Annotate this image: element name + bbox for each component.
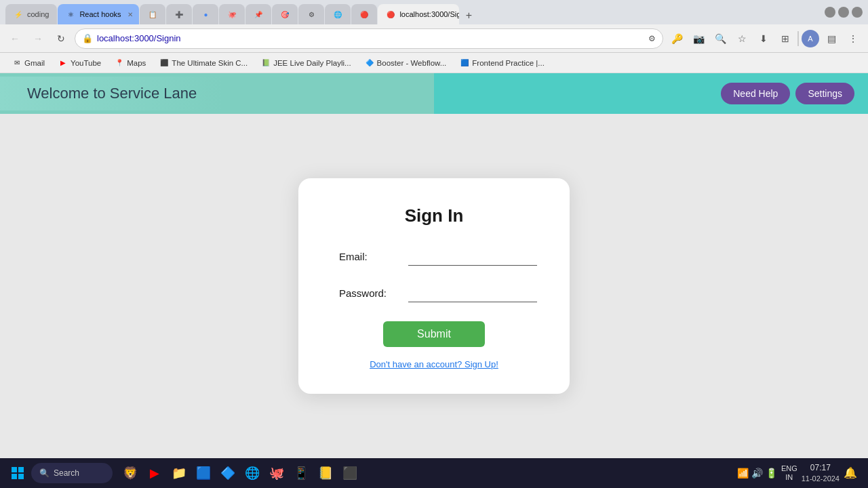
tab-5[interactable]: ● [193,4,218,24]
back-button[interactable]: ← [5,29,24,48]
notes-icon[interactable]: 📒 [315,462,336,484]
nav-icons: 🔑 📷 🔍 ☆ ⬇ ⊞ A ▤ ⋮ [667,29,863,48]
signup-link[interactable]: Don't have an account? Sign Up! [370,359,498,369]
battery-icon[interactable]: 🔋 [766,468,777,479]
tab-strip: ⚡ coding ⚛ React hooks ✕ 📋 ➕ ● 🐙 📌 [5,0,816,24]
chrome-icon[interactable]: 🌐 [241,462,263,484]
skin-icon: ⬛ [159,58,169,68]
maps-icon: 📍 [115,58,124,68]
main-area: Sign In Email: Password: Submit Don't ha… [0,114,868,458]
youtube-icon: ▶ [58,58,68,68]
bookmarks-bar: ✉ Gmail ▶ YouTube 📍 Maps ⬛ The Ultimate … [0,53,868,73]
tab-favicon: 📋 [148,9,157,19]
tab-10[interactable]: 🌐 [325,4,351,24]
youtube-icon[interactable]: ▶ [144,462,165,484]
taskbar-app-icons: 🦁 ▶ 📁 🟦 🔷 🌐 🐙 📱 📒 ⬛ [119,462,361,484]
language-indicator: ENG IN [781,464,797,482]
bookmark-frontend[interactable]: 🟦 Frontend Practice |... [454,56,550,70]
sidebar-button[interactable]: ▤ [822,29,841,48]
clock[interactable]: 07:17 11-02-2024 [802,463,840,483]
tab-close[interactable]: ✕ [125,9,135,19]
signin-title: Sign In [405,205,464,226]
password-label: Password: [339,287,400,299]
close-button[interactable]: ✕ [852,7,863,18]
tab-favicon: ➕ [174,9,184,19]
taskbar-search[interactable]: 🔍 Search [31,463,113,483]
tab-favicon: 📌 [254,9,263,19]
minimize-button[interactable]: ─ [825,7,835,18]
password-row: Password: [339,285,529,302]
address-bar[interactable]: 🔒 localhost:3000/Signin ⚙ [75,28,663,49]
bookmark-youtube[interactable]: ▶ YouTube [53,56,106,70]
forward-button[interactable]: → [28,29,47,48]
header-left: Welcome to Service Lane [0,77,224,110]
wifi-icon[interactable]: 📶 [737,468,749,479]
tab-3[interactable]: 📋 [140,4,165,24]
tab-favicon: 🐙 [227,9,237,19]
svg-rect-1 [18,467,24,472]
bookmark-label: Booster - Webflow... [377,59,447,67]
menu-button[interactable]: ⋮ [844,29,863,48]
github-icon[interactable]: 🐙 [266,462,288,484]
bookmark-skin[interactable]: ⬛ The Ultimate Skin C... [154,56,253,70]
tab-favicon: ⚛ [66,9,75,19]
brave-icon[interactable]: 🦁 [119,462,141,484]
email-input[interactable] [408,248,537,266]
tab-7[interactable]: 📌 [245,4,271,24]
system-icons: 📶 🔊 🔋 [737,468,777,479]
need-help-button[interactable]: Need Help [721,83,790,104]
google-apps-button[interactable]: ⊞ [776,29,795,48]
email-row: Email: [339,248,529,266]
bookmark-button[interactable]: ☆ [732,29,751,48]
vscode-icon[interactable]: 🔷 [217,462,239,484]
new-tab-button[interactable]: + [460,7,477,24]
tab-11[interactable]: 🔴 [351,4,377,24]
tab-favicon: 🔴 [359,9,369,19]
bookmark-label: Maps [127,59,146,67]
bookmark-booster[interactable]: 🔷 Booster - Webflow... [359,56,452,70]
window-controls: ─ □ ✕ [825,7,863,18]
download-button[interactable]: ⬇ [754,29,773,48]
zoom-button[interactable]: 🔍 [711,29,730,48]
bookmark-jee[interactable]: 📗 JEE Live Daily Playli... [256,56,356,70]
refresh-button[interactable]: ↻ [52,29,71,48]
extension-button[interactable]: 🔑 [667,29,686,48]
tab-react-hooks[interactable]: ⚛ React hooks ✕ [58,4,139,24]
profile-button[interactable]: A [802,30,819,47]
password-input[interactable] [408,285,537,302]
notification-icon[interactable]: 🔔 [844,466,857,479]
svg-rect-3 [18,474,24,479]
address-text: localhost:3000/Signin [97,33,644,43]
maximize-button[interactable]: □ [838,7,849,18]
bookmark-maps[interactable]: 📍 Maps [109,56,151,70]
system-tray: 📶 🔊 🔋 ENG IN 07:17 11-02-2024 🔔 [737,463,857,483]
header-right: Need Help Settings [721,83,854,104]
files-icon[interactable]: 📁 [168,462,190,484]
booster-icon: 🔷 [365,58,374,68]
tab-favicon: ⚙ [307,9,316,19]
app-title: Welcome to Service Lane [27,85,197,102]
teams-icon[interactable]: 🟦 [193,462,214,484]
nav-bar: ← → ↻ 🔒 localhost:3000/Signin ⚙ 🔑 📷 🔍 ☆ … [0,24,868,53]
terminal-icon[interactable]: ⬛ [339,462,361,484]
settings-button[interactable]: Settings [795,83,854,104]
tab-9[interactable]: ⚙ [298,4,324,24]
tab-coding[interactable]: ⚡ coding [5,4,57,24]
bookmark-gmail[interactable]: ✉ Gmail [7,56,50,70]
app-header: Welcome to Service Lane Need Help Settin… [0,73,868,114]
start-button[interactable] [7,462,28,484]
page-content: Welcome to Service Lane Need Help Settin… [0,73,868,458]
search-label: Search [54,468,79,478]
tab-6[interactable]: 🐙 [219,4,245,24]
screenshot-button[interactable]: 📷 [689,29,708,48]
gmail-icon: ✉ [12,58,22,68]
tab-service-lane[interactable]: 🔴 localhost:3000/Sign ✕ [378,4,459,24]
tab-label: localhost:3000/Sign [399,10,459,18]
tab-4[interactable]: ➕ [166,4,192,24]
submit-button[interactable]: Submit [383,321,485,347]
tab-8[interactable]: 🎯 [272,4,298,24]
date-display: 11-02-2024 [802,474,840,483]
whatsapp-icon[interactable]: 📱 [290,462,312,484]
volume-icon[interactable]: 🔊 [751,468,763,479]
tab-favicon: 🌐 [333,9,342,19]
